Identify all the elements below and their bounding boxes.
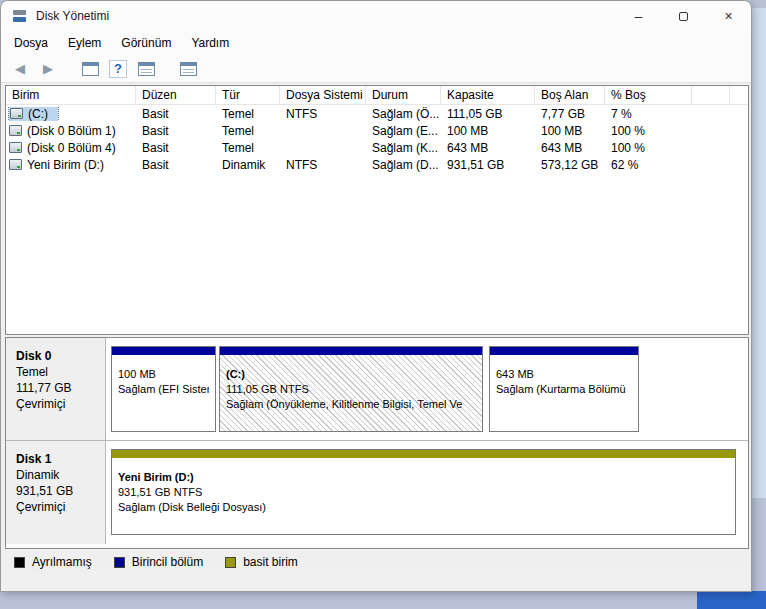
desktop-fragment-taskbar — [697, 591, 766, 609]
column-header-dosya-sistemi[interactable]: Dosya Sistemi — [280, 86, 366, 104]
volume-name: (Disk 0 Bölüm 1) — [27, 124, 116, 138]
legend-item-primary-partition: Birincil bölüm — [114, 555, 203, 569]
maximize-icon — [679, 12, 688, 21]
disk-type: Temel — [16, 364, 105, 380]
show-volume-list-button[interactable] — [135, 58, 157, 80]
partition-recovery[interactable]: 643 MB Sağlam (Kurtarma Bölümü — [489, 346, 639, 432]
disk-0-row: Disk 0 Temel 111,77 GB Çevrimiçi 100 MB … — [6, 338, 748, 441]
forward-icon: ▶ — [43, 61, 53, 76]
legend-bar: Ayrılmamış Birincil bölüm basit birim — [5, 551, 749, 573]
disk-size: 111,77 GB — [16, 380, 105, 396]
desktop-fragment — [752, 8, 766, 498]
forward-button[interactable]: ▶ — [37, 58, 59, 80]
partition-d[interactable]: Yeni Birim (D:) 931,51 GB NTFS Sağlam (D… — [111, 449, 736, 535]
column-header-duzen[interactable]: Düzen — [136, 86, 216, 104]
volume-name: (C:) — [28, 107, 48, 121]
volume-name: (Disk 0 Bölüm 4) — [27, 141, 116, 155]
volume-list-panel: Birim Düzen Tür Dosya Sistemi Durum Kapa… — [5, 85, 749, 335]
partition-color-bar — [112, 450, 735, 458]
graphical-view-panel: Disk 0 Temel 111,77 GB Çevrimiçi 100 MB … — [5, 337, 749, 549]
disk-type: Dinamik — [16, 467, 105, 483]
menu-dosya[interactable]: Dosya — [4, 33, 58, 53]
close-button[interactable]: × — [706, 1, 751, 31]
column-header-kapasite[interactable]: Kapasite — [441, 86, 535, 104]
app-icon — [12, 8, 28, 24]
partition-color-bar — [490, 347, 638, 355]
column-header-bos-alan[interactable]: Boş Alan — [535, 86, 605, 104]
disk-name: Disk 0 — [16, 348, 105, 364]
disk-1-row: Disk 1 Dinamik 931,51 GB Çevrimiçi Yeni … — [6, 441, 748, 544]
table-row[interactable]: Yeni Birim (D:) Basit Dinamik NTFS Sağla… — [6, 156, 748, 173]
column-header-extra[interactable] — [692, 86, 730, 104]
column-header-durum[interactable]: Durum — [366, 86, 441, 104]
volume-list-header: Birim Düzen Tür Dosya Sistemi Durum Kapa… — [6, 86, 748, 105]
table-row[interactable]: (Disk 0 Bölüm 4) Basit Temel Sağlam (K..… — [6, 139, 748, 156]
menu-bar: Dosya Eylem Görünüm Yardım — [1, 31, 751, 55]
partition-c[interactable]: (C:) 111,05 GB NTFS Sağlam (Önyükleme, K… — [219, 346, 483, 432]
volume-icon — [9, 159, 22, 170]
column-header-tur[interactable]: Tür — [216, 86, 280, 104]
back-button[interactable]: ◀ — [9, 58, 31, 80]
window-title: Disk Yönetimi — [36, 9, 109, 23]
disk-name: Disk 1 — [16, 451, 105, 467]
primary-partition-color-swatch — [114, 557, 125, 568]
menu-gorunum[interactable]: Görünüm — [111, 33, 181, 53]
legend-label: basit birim — [243, 555, 298, 569]
column-header-filler — [730, 86, 748, 104]
menu-eylem[interactable]: Eylem — [58, 33, 111, 53]
legend-item-simple-volume: basit birim — [225, 555, 298, 569]
volume-icon — [9, 142, 22, 153]
disk-management-window: Disk Yönetimi – × Dosya Eylem Görünüm Ya… — [0, 0, 752, 592]
back-icon: ◀ — [15, 61, 25, 76]
partition-efi[interactable]: 100 MB Sağlam (EFI Sistem — [111, 346, 216, 432]
show-console-tree-button[interactable] — [79, 58, 101, 80]
disk-0-label[interactable]: Disk 0 Temel 111,77 GB Çevrimiçi — [6, 338, 106, 440]
volume-name: Yeni Birim (D:) — [27, 158, 104, 172]
disk-1-track: Yeni Birim (D:) 931,51 GB NTFS Sağlam (D… — [106, 441, 748, 544]
legend-label: Birincil bölüm — [132, 555, 203, 569]
help-button[interactable]: ? — [107, 58, 129, 80]
maximize-button[interactable] — [661, 1, 706, 31]
menu-yardim[interactable]: Yardım — [181, 33, 239, 53]
volume-icon — [10, 108, 23, 119]
minimize-button[interactable]: – — [616, 1, 661, 31]
simple-volume-color-swatch — [225, 557, 236, 568]
toolbar: ◀ ▶ ? — [1, 55, 751, 83]
column-header-birim[interactable]: Birim — [6, 86, 136, 104]
disk-1-label[interactable]: Disk 1 Dinamik 931,51 GB Çevrimiçi — [6, 441, 106, 544]
show-graphical-view-button[interactable] — [177, 58, 199, 80]
unallocated-color-swatch — [14, 557, 25, 568]
graphical-view-icon — [180, 62, 197, 76]
disk-status: Çevrimiçi — [16, 396, 105, 412]
disk-0-track: 100 MB Sağlam (EFI Sistem (C:) 111,05 GB… — [106, 338, 748, 440]
partition-color-bar — [220, 347, 482, 355]
table-row[interactable]: (C:) Basit Temel NTFS Sağlam (Ö... 111,0… — [6, 105, 748, 122]
partition-color-bar — [112, 347, 215, 355]
disk-status: Çevrimiçi — [16, 499, 105, 515]
console-tree-icon — [82, 62, 99, 76]
help-icon: ? — [109, 60, 127, 78]
volume-icon — [9, 125, 22, 136]
legend-label: Ayrılmamış — [32, 555, 92, 569]
titlebar: Disk Yönetimi – × — [1, 1, 751, 31]
volume-list-icon — [138, 62, 155, 76]
column-header-pct-bos[interactable]: % Boş — [605, 86, 692, 104]
table-row[interactable]: (Disk 0 Bölüm 1) Basit Temel Sağlam (E..… — [6, 122, 748, 139]
disk-size: 931,51 GB — [16, 483, 105, 499]
legend-item-unallocated: Ayrılmamış — [14, 555, 92, 569]
